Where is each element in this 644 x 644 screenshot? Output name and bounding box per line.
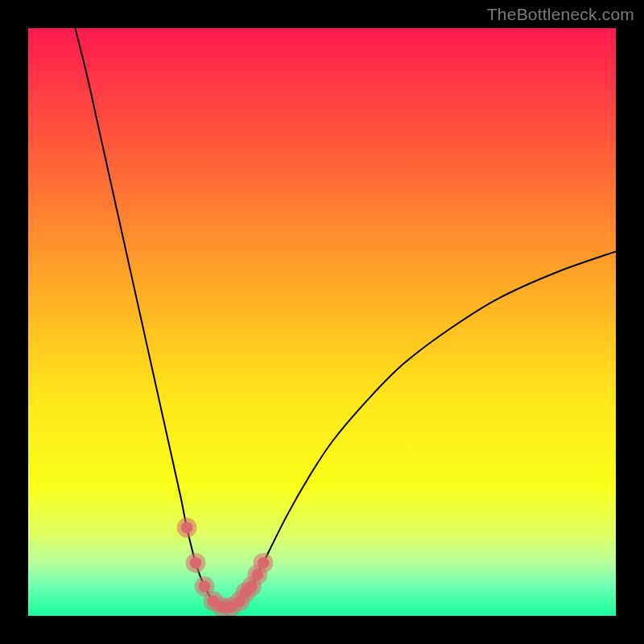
highlight-dot-core xyxy=(199,580,211,592)
highlight-dot-core xyxy=(181,522,193,534)
chart-svg xyxy=(28,28,616,616)
highlight-dot-core xyxy=(258,557,270,569)
watermark-text: TheBottleneck.com xyxy=(487,5,634,24)
chart-plot-area xyxy=(28,28,616,616)
chart-background-gradient xyxy=(28,28,616,616)
highlight-dot-core xyxy=(190,557,202,569)
chart-frame: TheBottleneck.com xyxy=(0,0,644,644)
